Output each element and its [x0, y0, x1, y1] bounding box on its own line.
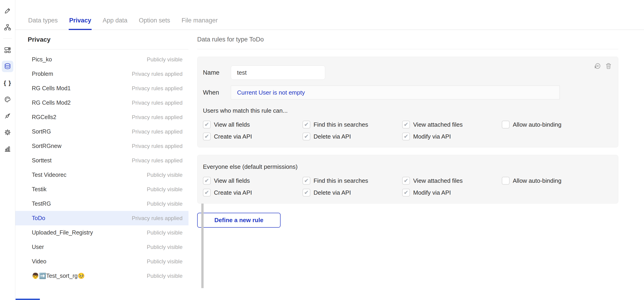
type-status: Privacy rules applied — [132, 143, 182, 149]
define-new-rule-button[interactable]: Define a new rule — [197, 213, 280, 228]
sitemap-icon[interactable] — [2, 22, 13, 33]
braces-glyph: { } — [4, 80, 11, 86]
permission-create-via-api: ✔Create via API — [203, 189, 302, 196]
when-condition-box[interactable]: Current User is not empty — [231, 86, 560, 100]
rule-card-actions — [594, 62, 612, 70]
default-permissions-grid: ✔View all fields✔Find this in searches✔V… — [203, 177, 612, 196]
type-name: Uploaded_File_Registry — [32, 229, 93, 236]
type-status: Privacy rules applied — [132, 215, 182, 222]
checkbox-modify-via-api[interactable]: ✔ — [402, 132, 410, 140]
data-rules-divider — [197, 49, 618, 49]
checkbox-modify-via-api[interactable]: ✔ — [402, 189, 410, 196]
permission-delete-via-api: ✔Delete via API — [302, 132, 402, 140]
type-row-testrg[interactable]: TestRGPublicly visible — [15, 196, 188, 211]
panels: Privacy Pics_koPublicly visibleProblemPr… — [15, 30, 644, 300]
trash-icon[interactable] — [605, 62, 612, 70]
main-content: Data typesPrivacyApp dataOption setsFile… — [15, 0, 644, 300]
chart-icon[interactable] — [2, 143, 13, 154]
type-row-pics-ko[interactable]: Pics_koPublicly visible — [15, 52, 188, 67]
permission-label: Allow auto-binding — [513, 121, 561, 128]
check-mark: ✔ — [304, 134, 309, 139]
tab-data-types[interactable]: Data types — [28, 17, 58, 30]
type-name: SortRGnew — [32, 143, 62, 149]
type-name: Test Videorec — [32, 172, 66, 178]
type-name: Sorttest — [32, 157, 52, 164]
comment-icon[interactable] — [594, 62, 601, 70]
type-status: Privacy rules applied — [132, 71, 182, 77]
checkbox-find-this-in-searches[interactable]: ✔ — [302, 177, 310, 184]
privacy-panel-divider — [28, 49, 188, 50]
permission-allow-auto-binding: ✔Allow auto-binding — [502, 177, 612, 184]
permission-view-all-fields: ✔View all fields — [203, 121, 302, 128]
default-permissions-card: Everyone else (default permissions) ✔Vie… — [197, 155, 618, 204]
type-row-sortrgnew[interactable]: SortRGnewPrivacy rules applied — [15, 139, 188, 153]
database-icon[interactable] — [2, 61, 13, 72]
tab-app-data[interactable]: App data — [102, 17, 128, 30]
permission-label: Modify via API — [413, 189, 451, 196]
tab-option-sets[interactable]: Option sets — [138, 17, 170, 30]
default-permissions-title: Everyone else (default permissions) — [203, 163, 612, 170]
type-row-sorttest[interactable]: SorttestPrivacy rules applied — [15, 153, 188, 168]
name-label: Name — [203, 69, 231, 76]
checkbox-delete-via-api[interactable]: ✔ — [302, 189, 310, 196]
components-icon[interactable] — [2, 44, 13, 56]
permission-view-attached-files: ✔View attached files — [402, 121, 502, 128]
type-row-video[interactable]: VideoPublicly visible — [15, 254, 188, 269]
type-name: RGCells2 — [32, 114, 56, 120]
check-mark: ✔ — [404, 122, 408, 127]
checkbox-view-all-fields[interactable]: ✔ — [203, 121, 211, 128]
check-mark: ✔ — [404, 190, 408, 195]
match-rule-text: Users who match this rule can... — [203, 107, 612, 114]
type-row-sortrg[interactable]: SortRGPrivacy rules applied — [15, 124, 188, 139]
data-tabs: Data typesPrivacyApp dataOption setsFile… — [15, 0, 644, 30]
type-row-uploaded-file-registry[interactable]: Uploaded_File_RegistryPublicly visible — [15, 225, 188, 240]
check-mark: ✔ — [404, 178, 408, 184]
rule-card: Name When Current User is not empty User… — [197, 56, 618, 148]
type-row-todo[interactable]: ToDoPrivacy rules applied — [15, 211, 188, 225]
type-row-user[interactable]: UserPublicly visible — [15, 240, 188, 254]
type-status: Privacy rules applied — [132, 85, 182, 92]
gear-icon[interactable] — [2, 127, 13, 138]
type-status: Publicly visible — [147, 230, 182, 236]
rule-name-input[interactable] — [231, 66, 325, 80]
type-row-rg-cells-mod1[interactable]: RG Cells Mod1Privacy rules applied — [15, 81, 188, 96]
bubble-editor-privacy-page: { } Data typesPrivacyApp dataOption sets… — [0, 0, 644, 300]
type-name: User — [32, 244, 44, 250]
braces-icon[interactable]: { } — [2, 77, 13, 89]
type-row-rgcells2[interactable]: RGCells2Privacy rules applied — [15, 110, 188, 124]
type-name: Testik — [32, 186, 46, 192]
type-name: ToDo — [32, 215, 45, 222]
type-row-test-videorec[interactable]: Test VideorecPublicly visible — [15, 168, 188, 182]
type-row-testik[interactable]: TestikPublicly visible — [15, 182, 188, 196]
permission-modify-via-api: ✔Modify via API — [402, 132, 502, 140]
checkbox-view-attached-files[interactable]: ✔ — [402, 177, 410, 184]
type-row-rg-cells-mod2[interactable]: RG Cells Mod2Privacy rules applied — [15, 96, 188, 110]
checkbox-create-via-api[interactable]: ✔ — [203, 189, 211, 196]
permission-label: View attached files — [413, 177, 462, 184]
permission-find-this-in-searches: ✔Find this in searches — [302, 121, 402, 128]
checkbox-view-attached-files[interactable]: ✔ — [402, 121, 410, 128]
permission-view-attached-files: ✔View attached files — [402, 177, 502, 184]
type-row-problem[interactable]: ProblemPrivacy rules applied — [15, 67, 188, 81]
permission-view-all-fields: ✔View all fields — [203, 177, 302, 184]
checkbox-allow-auto-binding[interactable]: ✔ — [502, 121, 510, 128]
checkbox-create-via-api[interactable]: ✔ — [203, 132, 211, 140]
check-mark: ✔ — [204, 178, 209, 184]
checkbox-find-this-in-searches[interactable]: ✔ — [302, 121, 310, 128]
plug-icon[interactable] — [2, 110, 13, 122]
type-name: Problem — [32, 70, 53, 77]
pencil-icon[interactable] — [2, 5, 13, 16]
palette-icon[interactable] — [2, 94, 13, 105]
tab-file-manager[interactable]: File manager — [181, 17, 218, 30]
checkbox-allow-auto-binding[interactable]: ✔ — [502, 177, 510, 184]
check-mark: ✔ — [404, 134, 408, 139]
permission-find-this-in-searches: ✔Find this in searches — [302, 177, 402, 184]
check-mark: ✔ — [204, 190, 209, 195]
tab-privacy[interactable]: Privacy — [69, 17, 92, 30]
checkbox-view-all-fields[interactable]: ✔ — [203, 177, 211, 184]
permission-label: View attached files — [413, 121, 462, 128]
type-row-test-sort-rg[interactable]: 👦➡️Test_sort_rg🥺Publicly visible — [15, 269, 188, 283]
type-status: Privacy rules applied — [132, 128, 182, 135]
checkbox-delete-via-api[interactable]: ✔ — [302, 132, 310, 140]
type-name: 👦➡️Test_sort_rg🥺 — [32, 272, 85, 279]
